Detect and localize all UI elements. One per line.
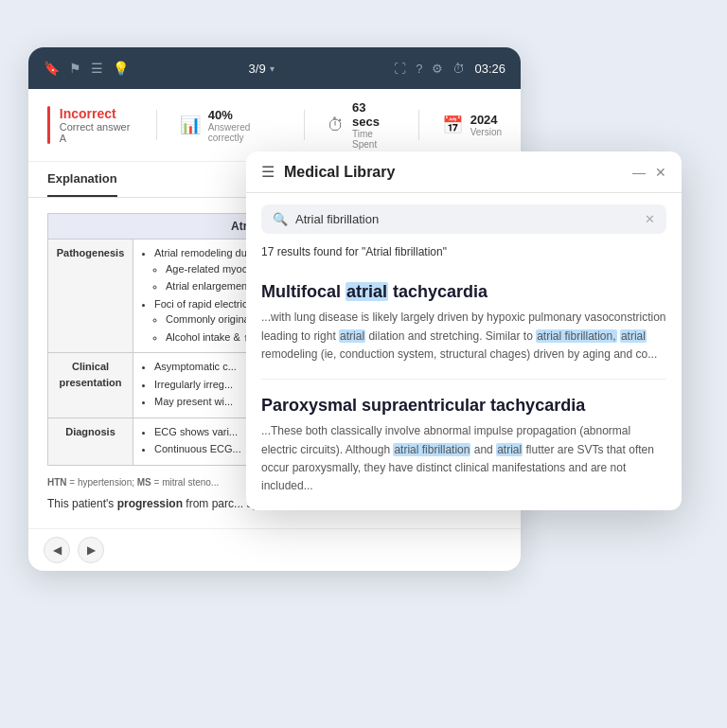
toolbar-center: 3/9 ▾ bbox=[138, 62, 384, 76]
gear-icon[interactable]: ⚙ bbox=[432, 62, 443, 76]
stat1-value: 40% bbox=[208, 108, 281, 122]
question-nav-label: 3/9 bbox=[249, 62, 266, 76]
stat-time: ⏱ 63 secs Time Spent bbox=[328, 100, 396, 150]
result-title-2[interactable]: Paroxysmal supraentricular tachycardia bbox=[261, 395, 666, 417]
search-bar: 🔍 ✕ bbox=[261, 204, 666, 234]
time-stat-icon: ⏱ bbox=[328, 115, 345, 135]
timer-display: 03:26 bbox=[474, 62, 505, 76]
stat-version: 📅 2024 Version bbox=[442, 113, 502, 137]
red-bar bbox=[47, 106, 50, 144]
diagnosis-header: Diagnosis bbox=[48, 417, 133, 465]
library-header: ☰ Medical Library — ✕ bbox=[246, 151, 682, 193]
library-title: Medical Library bbox=[284, 164, 623, 181]
search-clear-icon[interactable]: ✕ bbox=[645, 212, 655, 226]
pathogenesis-header: Pathogenesis bbox=[48, 240, 133, 353]
results-count: 17 results found for "Atrial fibrillatio… bbox=[246, 245, 682, 266]
divider-1 bbox=[156, 110, 157, 140]
result-snippet-2: ...These both classically involve abnorm… bbox=[261, 422, 666, 495]
menu-icon[interactable]: ☰ bbox=[261, 163, 275, 181]
flag-icon[interactable]: ⚑ bbox=[69, 61, 81, 76]
clinical-header: Clinicalpresentation bbox=[48, 353, 133, 418]
toolbar-left-icons: 🔖 ⚑ ☰ 💡 bbox=[44, 61, 129, 76]
stat2-value: 63 secs bbox=[352, 100, 396, 129]
bottom-controls: ◀ ▶ bbox=[28, 528, 521, 571]
incorrect-label: Incorrect bbox=[60, 106, 133, 121]
stat3-label: Version bbox=[470, 127, 502, 137]
list-icon[interactable]: ☰ bbox=[91, 61, 103, 76]
stat3-value: 2024 bbox=[470, 113, 502, 127]
stat-answered: 📊 40% Answered correctly bbox=[180, 108, 281, 143]
incorrect-block: Incorrect Correct answer A bbox=[47, 106, 133, 144]
result-item[interactable]: Multifocal atrial tachycardia ...with lu… bbox=[261, 266, 666, 380]
result-item[interactable]: Paroxysmal supraentricular tachycardia .… bbox=[261, 380, 666, 510]
expand-icon[interactable]: ⛶ bbox=[394, 62, 406, 76]
incorrect-text: Incorrect Correct answer A bbox=[60, 106, 133, 144]
divider-3 bbox=[418, 110, 419, 140]
library-header-icons: — ✕ bbox=[632, 165, 666, 180]
divider-2 bbox=[304, 110, 305, 140]
library-panel: ☰ Medical Library — ✕ 🔍 ✕ 17 results fou… bbox=[246, 151, 682, 510]
next-button[interactable]: ▶ bbox=[78, 537, 104, 563]
search-input[interactable] bbox=[295, 212, 637, 226]
tab-explanation[interactable]: Explanation bbox=[47, 162, 117, 197]
minimize-icon[interactable]: — bbox=[632, 165, 646, 180]
result-snippet-1: ...with lung disease is likely largely d… bbox=[261, 309, 666, 364]
result-title-1[interactable]: Multifocal atrial tachycardia bbox=[261, 281, 666, 303]
highlight: atrial bbox=[346, 282, 388, 301]
close-icon[interactable]: ✕ bbox=[655, 165, 666, 180]
stat2-label: Time Spent bbox=[352, 129, 396, 150]
search-icon: 🔍 bbox=[273, 212, 288, 226]
toolbar-right: ⛶ ? ⚙ ⏱ 03:26 bbox=[394, 62, 505, 76]
calendar-icon: 📅 bbox=[442, 115, 463, 135]
help-icon[interactable]: ? bbox=[416, 62, 422, 76]
chart-icon: 📊 bbox=[180, 115, 201, 135]
prev-button[interactable]: ◀ bbox=[44, 537, 70, 563]
question-nav[interactable]: 3/9 ▾ bbox=[249, 62, 275, 76]
correct-answer-label: Correct answer A bbox=[60, 121, 133, 144]
chevron-down-icon: ▾ bbox=[270, 63, 275, 74]
toolbar: 🔖 ⚑ ☰ 💡 3/9 ▾ ⛶ ? ⚙ ⏱ 03:26 bbox=[28, 47, 521, 89]
bulb-icon[interactable]: 💡 bbox=[113, 61, 129, 76]
clock-icon[interactable]: ⏱ bbox=[452, 62, 465, 76]
stat1-label: Answered correctly bbox=[208, 122, 281, 143]
bookmark-icon[interactable]: 🔖 bbox=[44, 61, 60, 76]
library-results[interactable]: Multifocal atrial tachycardia ...with lu… bbox=[246, 266, 682, 510]
